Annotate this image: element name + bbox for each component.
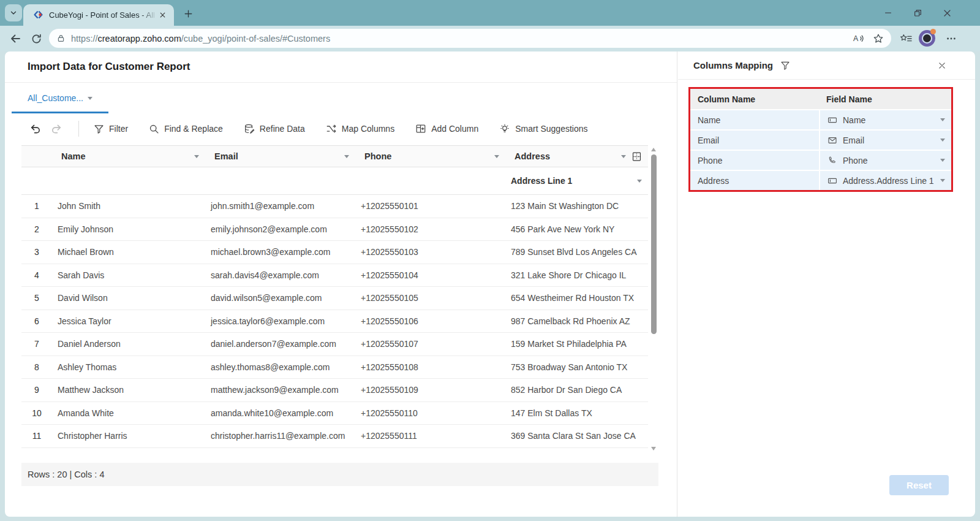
column-header-email[interactable]: Email	[205, 146, 355, 167]
grid-cell[interactable]: 654 Westheimer Rd Houston TX	[505, 287, 648, 310]
grid-cell[interactable]: +12025550106	[355, 310, 505, 333]
chevron-down-icon[interactable]	[940, 118, 945, 121]
grid-cell[interactable]: +12025550103	[355, 241, 505, 264]
undo-button[interactable]	[29, 123, 41, 135]
chevron-down-icon[interactable]	[940, 159, 945, 162]
favorites-bar-icon[interactable]	[898, 31, 914, 47]
browser-profile-avatar[interactable]	[919, 30, 935, 47]
grid-cell[interactable]: Jessica Taylor	[52, 310, 205, 333]
grid-cell[interactable]: +12025550111	[355, 425, 505, 447]
new-tab-button[interactable]	[182, 7, 194, 20]
mapping-field-select[interactable]: Phone	[819, 151, 951, 170]
grid-cell[interactable]: +12025550110	[355, 402, 505, 425]
read-aloud-icon[interactable]: A	[853, 32, 864, 44]
row-number: 11	[21, 425, 52, 447]
grid-cell[interactable]: 159 Market St Philadelphia PA	[505, 333, 648, 356]
chevron-down-icon[interactable]	[194, 155, 199, 158]
grid-cell[interactable]: +12025550107	[355, 333, 505, 356]
mapping-column-label: Name	[690, 110, 819, 129]
chevron-down-icon[interactable]	[494, 155, 499, 158]
table-expand-icon[interactable]	[631, 151, 642, 162]
tab-search-button[interactable]	[5, 4, 22, 21]
grid-cell[interactable]: jessica.taylor6@example.com	[205, 310, 355, 333]
grid-cell[interactable]: emily.johnson2@example.com	[205, 218, 355, 241]
browser-tab[interactable]: CubeYogi - Point of Sales - All Cus	[23, 4, 174, 26]
grid-cell[interactable]: Matthew Jackson	[52, 379, 205, 401]
grid-cell[interactable]: Amanda White	[52, 402, 205, 425]
grid-cell[interactable]: Sarah Davis	[52, 264, 205, 287]
grid-cell[interactable]: 321 Lake Shore Dr Chicago IL	[505, 264, 648, 287]
refine-data-button[interactable]: Refine Data	[244, 123, 305, 134]
chevron-down-icon[interactable]	[621, 155, 626, 158]
filter-button[interactable]: Filter	[94, 124, 128, 134]
mapping-field-select[interactable]: Address.Address Line 1	[819, 171, 951, 190]
window-restore-button[interactable]	[908, 3, 927, 23]
grid-cell[interactable]: 147 Elm St Dallas TX	[505, 402, 648, 425]
grid-cell[interactable]: 789 Sunset Blvd Los Angeles CA	[505, 241, 648, 264]
tab-close-button[interactable]	[157, 10, 168, 21]
panel-close-button[interactable]	[936, 59, 948, 72]
grid-cell[interactable]: +12025550108	[355, 356, 505, 379]
chevron-down-icon[interactable]	[637, 180, 642, 183]
reset-button[interactable]: Reset	[889, 475, 949, 495]
grid-cell[interactable]: 369 Santa Clara St San Jose CA	[505, 425, 648, 447]
refresh-button[interactable]	[28, 31, 44, 47]
grid-cell[interactable]: michael.brown3@example.com	[205, 241, 355, 264]
window-minimize-button[interactable]	[878, 3, 898, 23]
chevron-down-icon[interactable]	[344, 155, 349, 158]
grid-cell[interactable]: 987 Camelback Rd Phoenix AZ	[505, 310, 648, 333]
mapping-field-label: Email	[843, 135, 864, 145]
window-close-button[interactable]	[937, 3, 957, 23]
grid-vertical-scrollbar[interactable]	[650, 145, 658, 452]
favorite-star-icon[interactable]	[873, 33, 884, 44]
grid-cell[interactable]: matthew.jackson9@example.com	[205, 379, 355, 401]
grid-cell[interactable]: david.wilson5@example.com	[205, 287, 355, 310]
mapping-field-select[interactable]: Email	[819, 131, 951, 150]
scroll-up-arrow[interactable]	[651, 148, 656, 151]
mapping-row-name: Name Name	[690, 109, 951, 129]
chevron-down-icon[interactable]	[940, 179, 945, 182]
grid-cell[interactable]: David Wilson	[52, 287, 205, 310]
grid-cell[interactable]: +12025550105	[355, 287, 505, 310]
scrollbar-thumb[interactable]	[651, 154, 657, 334]
add-column-button[interactable]: Add Column	[415, 123, 478, 134]
grid-cell[interactable]: Christopher Harris	[52, 425, 205, 447]
grid-cell[interactable]: +12025550104	[355, 264, 505, 287]
grid-cell[interactable]: +12025550109	[355, 379, 505, 401]
grid-cell[interactable]: +12025550101	[355, 195, 505, 218]
column-header-address[interactable]: Address	[505, 146, 648, 167]
column-header-name[interactable]: Name	[52, 146, 205, 167]
grid-cell[interactable]: 753 Broadway San Antonio TX	[505, 356, 648, 379]
smart-suggestions-button[interactable]: Smart Suggestions	[499, 123, 587, 134]
browser-menu-button[interactable]	[943, 31, 959, 47]
grid-cell[interactable]: ashley.thomas8@example.com	[205, 356, 355, 379]
subcolumn-address-line-1[interactable]: Address Line 1	[505, 167, 648, 194]
scroll-down-arrow[interactable]	[651, 447, 656, 451]
mapping-field-select[interactable]: Name	[819, 110, 951, 129]
grid-cell[interactable]: Ashley Thomas	[52, 356, 205, 379]
grid-cell[interactable]: sarah.davis4@example.com	[205, 264, 355, 287]
grid-cell[interactable]: Emily Johnson	[52, 218, 205, 241]
find-replace-button[interactable]: Find & Replace	[149, 124, 223, 134]
grid-cell[interactable]: christopher.harris11@example.com	[205, 425, 355, 447]
grid-cell[interactable]: amanda.white10@example.com	[205, 402, 355, 425]
address-bar[interactable]: https://creatorapp.zoho.com/cube_yogi/po…	[49, 29, 891, 48]
sheet-tab-all-customers[interactable]: All_Custome...	[12, 85, 108, 113]
grid-cell[interactable]: +12025550102	[355, 218, 505, 241]
chevron-down-icon[interactable]	[940, 139, 945, 142]
grid-cell[interactable]: Daniel Anderson	[52, 333, 205, 356]
column-header-phone[interactable]: Phone	[355, 146, 505, 167]
map-columns-button[interactable]: Map Columns	[326, 123, 394, 134]
filter-icon[interactable]	[780, 61, 790, 70]
redo-button[interactable]	[51, 123, 62, 135]
grid-cell[interactable]: john.smith1@example.com	[205, 195, 355, 218]
chevron-down-icon	[88, 97, 92, 100]
grid-cell[interactable]: 852 Harbor Dr San Diego CA	[505, 379, 648, 401]
grid-cell[interactable]: Michael Brown	[52, 241, 205, 264]
grid-cell[interactable]: 123 Main St Washington DC	[505, 195, 648, 218]
browser-navbar: https://creatorapp.zoho.com/cube_yogi/po…	[0, 26, 980, 51]
back-button[interactable]	[7, 31, 23, 47]
grid-cell[interactable]: 456 Park Ave New York NY	[505, 218, 648, 241]
grid-cell[interactable]: John Smith	[52, 195, 205, 218]
grid-cell[interactable]: daniel.anderson7@example.com	[205, 333, 355, 356]
